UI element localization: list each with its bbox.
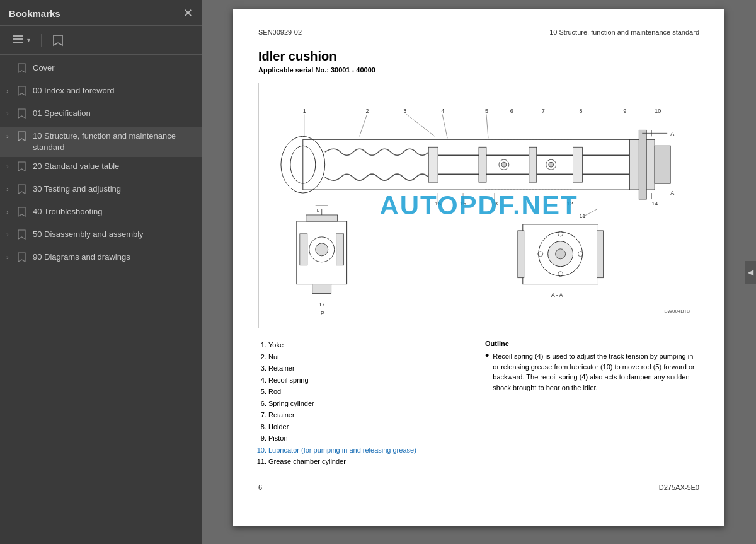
bookmark-label-90: 90 Diagrams and drawings [33, 252, 195, 263]
svg-text:L: L [317, 207, 320, 213]
svg-text:7: 7 [542, 108, 545, 114]
bookmark-label-cover: Cover [33, 62, 195, 74]
outline-title: Outline [485, 340, 699, 347]
bookmark-item-90[interactable]: › 90 Diagrams and drawings [0, 248, 202, 270]
bookmark-label-30: 30 Testing and adjusting [33, 183, 195, 195]
bookmark-label-10: 10 Structure, function and maintenance s… [33, 130, 195, 153]
arrow-40: › [6, 207, 15, 217]
bookmark-item-00[interactable]: › 00 Index and foreword [0, 81, 202, 104]
svg-text:6: 6 [510, 108, 513, 114]
bookmark-icon-button[interactable] [49, 32, 67, 49]
svg-text:9: 9 [623, 108, 626, 114]
bookmark-label-40: 40 Troubleshooting [33, 206, 195, 217]
sidebar-header: Bookmarks ✕ [0, 0, 202, 26]
bookmark-label-00: 00 Index and foreword [33, 85, 195, 96]
bookmark-icon-30 [18, 184, 29, 198]
svg-rect-10 [529, 147, 537, 182]
bookmark-icon-50 [18, 229, 29, 243]
bookmark-item-30[interactable]: › 30 Testing and adjusting [0, 180, 202, 202]
svg-rect-2 [13, 42, 23, 43]
bullet-point: • [485, 350, 489, 361]
svg-line-37 [360, 114, 367, 136]
page-number: 6 [258, 483, 262, 491]
page-header: SEN00929-02 10 Structure, function and m… [258, 28, 699, 40]
svg-point-18 [549, 162, 554, 167]
svg-text:5: 5 [485, 108, 488, 114]
svg-text:SW004BT3: SW004BT3 [664, 308, 690, 314]
arrow-20: › [6, 162, 15, 171]
arrow-30: › [6, 185, 15, 194]
main-content-area: SEN00929-02 10 Structure, function and m… [202, 0, 756, 544]
part-item-2: Nut [268, 352, 472, 362]
page-header-section: 10 Structure, function and maintenance s… [549, 28, 699, 36]
toolbar-divider [41, 34, 42, 47]
svg-rect-14 [655, 146, 670, 183]
part-item-11: Grease chamber cylinder [268, 456, 472, 467]
bookmark-label-50: 50 Disassembly and assembly [33, 229, 195, 240]
svg-point-66 [556, 249, 566, 259]
svg-rect-13 [639, 130, 646, 199]
svg-text:3: 3 [403, 108, 406, 114]
svg-point-60 [316, 243, 328, 256]
svg-rect-3 [303, 139, 642, 190]
document-id: D275AX-5E0 [659, 483, 699, 491]
svg-line-39 [442, 114, 447, 138]
list-view-button[interactable]: ▾ [9, 31, 33, 49]
part-item-9: Piston [268, 433, 472, 444]
bookmark-item-50[interactable]: › 50 Disassembly and assembly [0, 225, 202, 248]
svg-point-16 [501, 162, 507, 167]
part-item-5: Rod [268, 386, 472, 397]
svg-text:12: 12 [567, 200, 573, 207]
bookmark-label-01: 01 Specification [33, 108, 195, 119]
part-item-8: Holder [268, 422, 472, 432]
svg-line-40 [486, 114, 488, 138]
svg-rect-61 [300, 234, 307, 265]
parts-column: Yoke Nut Retainer Recoil spring Rod Spri… [258, 340, 472, 468]
svg-text:8: 8 [580, 108, 583, 114]
arrow-00: › [6, 86, 15, 96]
svg-text:10: 10 [655, 108, 661, 114]
bookmark-item-01[interactable]: › 01 Specification [0, 104, 202, 127]
outline-text: Recoil spring (4) is used to adjust the … [493, 351, 699, 393]
svg-text:4: 4 [441, 108, 444, 114]
arrow-10: › [6, 132, 15, 141]
arrow-01: › [6, 109, 15, 119]
svg-rect-11 [573, 147, 583, 182]
page-header-id: SEN00929-02 [258, 28, 302, 36]
bookmark-item-40[interactable]: › 40 Troubleshooting [0, 202, 202, 225]
bookmark-item-10[interactable]: › 10 Structure, function and maintenance… [0, 127, 202, 157]
part-item-6: Spring cylinder [268, 398, 472, 409]
svg-rect-9 [479, 147, 486, 182]
svg-text:A: A [670, 130, 674, 137]
arrow-90: › [6, 253, 15, 262]
close-button[interactable]: ✕ [183, 8, 193, 19]
svg-text:A - A: A - A [551, 292, 563, 298]
document-page: SEN00929-02 10 Structure, function and m… [233, 9, 724, 526]
svg-text:A: A [670, 190, 674, 196]
bookmark-icon-10 [18, 131, 29, 145]
bookmark-icon-40 [18, 207, 29, 221]
bookmark-icon-01 [18, 108, 29, 122]
diagram-box: AUTOPDF.NET [258, 83, 699, 328]
bookmark-icon-20 [18, 161, 29, 175]
svg-rect-1 [13, 38, 23, 40]
part-item-3: Retainer [268, 363, 472, 374]
svg-text:11: 11 [580, 213, 586, 219]
svg-rect-52 [306, 215, 338, 221]
parts-list-section: Yoke Nut Retainer Recoil spring Rod Spri… [258, 340, 699, 468]
arrow-50: › [6, 230, 15, 240]
section-subtitle: Applicable serial No.: 30001 - 40000 [258, 66, 699, 74]
outline-column: Outline • Recoil spring (4) is used to a… [485, 340, 699, 468]
bookmark-item-20[interactable]: › 20 Standard value table [0, 157, 202, 180]
arrow-cover [6, 64, 15, 73]
svg-text:2: 2 [366, 108, 369, 114]
svg-text:14: 14 [651, 200, 658, 207]
technical-diagram: A A 1 2 3 4 5 6 7 8 9 10 [259, 83, 699, 328]
bookmark-label-20: 20 Standard value table [33, 161, 195, 172]
svg-text:P: P [321, 311, 324, 317]
sidebar-title: Bookmarks [9, 8, 60, 19]
list-icon [12, 33, 25, 47]
part-item-4: Recoil spring [268, 375, 472, 386]
bookmark-icon-00 [18, 86, 29, 100]
bookmark-item-cover[interactable]: Cover [0, 59, 202, 81]
